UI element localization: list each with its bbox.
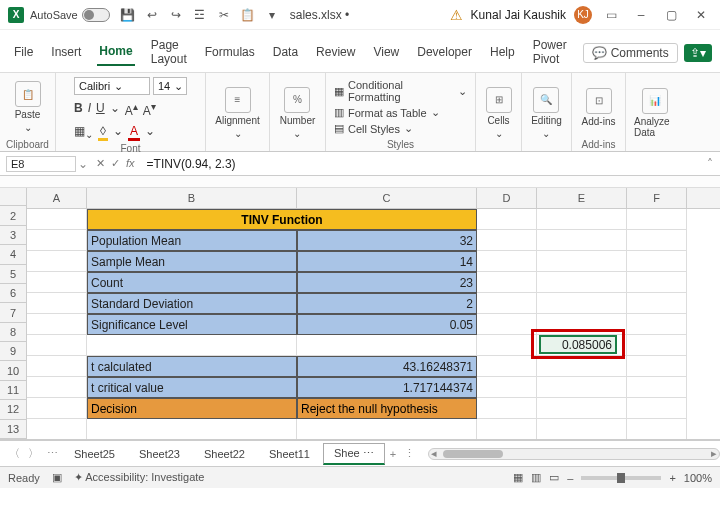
horizontal-scrollbar[interactable]: ◂ ▸ [428, 448, 720, 460]
cell[interactable] [477, 356, 537, 377]
cell[interactable]: 1.717144374 [297, 377, 477, 398]
cell[interactable] [627, 209, 687, 230]
cell[interactable] [27, 314, 87, 335]
row-header[interactable]: 8 [0, 323, 26, 342]
conditional-formatting-button[interactable]: ▦Conditional Formatting⌄ [334, 79, 467, 103]
sheet-nav-more-icon[interactable]: ⋯ [44, 447, 61, 460]
cell[interactable] [477, 230, 537, 251]
cell[interactable] [27, 251, 87, 272]
cell[interactable] [537, 209, 627, 230]
tab-formulas[interactable]: Formulas [203, 41, 257, 65]
qat-icon-3[interactable]: 📋 [240, 7, 256, 23]
sheet-tab[interactable]: Sheet11 [258, 444, 321, 464]
underline-button[interactable]: U [96, 101, 105, 118]
warning-icon[interactable]: ⚠ [450, 7, 463, 23]
formula-bar-expand-icon[interactable]: ˄ [700, 157, 720, 171]
cell[interactable] [627, 419, 687, 439]
cell-styles-button[interactable]: ▤Cell Styles⌄ [334, 122, 467, 135]
row-header[interactable]: 6 [0, 284, 26, 303]
cell[interactable] [537, 251, 627, 272]
cell[interactable] [477, 314, 537, 335]
cell[interactable] [627, 356, 687, 377]
tab-help[interactable]: Help [488, 41, 517, 65]
bold-button[interactable]: B [74, 101, 83, 118]
cell[interactable] [477, 419, 537, 439]
minimize-icon[interactable]: – [630, 4, 652, 26]
namebox-dropdown-icon[interactable]: ⌄ [78, 157, 88, 171]
row-header[interactable]: 7 [0, 303, 26, 322]
zoom-out-icon[interactable]: – [567, 472, 573, 484]
name-box[interactable]: E8 [6, 156, 76, 172]
fill-color-icon[interactable]: ◊ [98, 124, 108, 141]
share-button[interactable]: ⇪▾ [684, 44, 712, 62]
maximize-icon[interactable]: ▢ [660, 4, 682, 26]
tab-power-pivot[interactable]: Power Pivot [531, 34, 569, 72]
cell[interactable] [297, 335, 477, 356]
cell[interactable]: Count [87, 272, 297, 293]
cell[interactable]: Sample Mean [87, 251, 297, 272]
cell[interactable]: t calculated [87, 356, 297, 377]
fx-icon[interactable]: fx [126, 157, 135, 170]
tab-view[interactable]: View [371, 41, 401, 65]
cell[interactable] [537, 398, 627, 419]
qat-icon-1[interactable]: ☲ [192, 7, 208, 23]
row-header[interactable]: 5 [0, 265, 26, 284]
col-header[interactable]: F [627, 188, 687, 208]
decrease-font-icon[interactable]: A▾ [143, 101, 156, 118]
cell[interactable] [537, 230, 627, 251]
tab-developer[interactable]: Developer [415, 41, 474, 65]
view-normal-icon[interactable]: ▦ [513, 471, 523, 484]
cell[interactable]: 43.16248371 [297, 356, 477, 377]
cell[interactable] [27, 356, 87, 377]
row-header[interactable]: 4 [0, 245, 26, 264]
cell[interactable]: Population Mean [87, 230, 297, 251]
cell[interactable] [627, 293, 687, 314]
tab-data[interactable]: Data [271, 41, 300, 65]
cancel-formula-icon[interactable]: ✕ [96, 157, 105, 170]
cell[interactable]: 14 [297, 251, 477, 272]
qat-overflow-icon[interactable]: ▾ [264, 7, 280, 23]
tab-insert[interactable]: Insert [49, 41, 83, 65]
sheet-tab[interactable]: Sheet23 [128, 444, 191, 464]
cell[interactable] [27, 335, 87, 356]
cell[interactable] [627, 314, 687, 335]
view-page-break-icon[interactable]: ▭ [549, 471, 559, 484]
cell[interactable] [87, 419, 297, 439]
cell[interactable] [537, 272, 627, 293]
cell[interactable] [27, 209, 87, 230]
tab-home[interactable]: Home [97, 40, 134, 66]
cell[interactable] [27, 377, 87, 398]
cell[interactable] [477, 209, 537, 230]
cell[interactable] [27, 419, 87, 439]
status-macro-icon[interactable]: ▣ [52, 471, 62, 484]
cell[interactable] [477, 272, 537, 293]
format-as-table-button[interactable]: ▥Format as Table⌄ [334, 106, 467, 119]
view-page-layout-icon[interactable]: ▥ [531, 471, 541, 484]
close-window-icon[interactable]: ✕ [690, 4, 712, 26]
zoom-in-icon[interactable]: + [669, 472, 675, 484]
select-all[interactable] [0, 188, 26, 206]
redo-icon[interactable]: ↪ [168, 7, 184, 23]
cell[interactable] [627, 272, 687, 293]
sheet-tab-active[interactable]: Shee ⋯ [323, 443, 385, 465]
paste-button[interactable]: 📋 Paste⌄ [13, 79, 43, 135]
undo-icon[interactable]: ↩ [144, 7, 160, 23]
cell[interactable] [477, 377, 537, 398]
cell[interactable] [537, 314, 627, 335]
cell[interactable] [27, 230, 87, 251]
cell-E8-selected[interactable]: 0.085006 [539, 335, 617, 354]
tab-page-layout[interactable]: Page Layout [149, 34, 189, 72]
cell[interactable] [477, 398, 537, 419]
cell[interactable] [537, 293, 627, 314]
sheet-tab[interactable]: Sheet22 [193, 444, 256, 464]
cell[interactable] [477, 335, 537, 356]
col-header[interactable]: B [87, 188, 297, 208]
cell[interactable]: Standard Deviation [87, 293, 297, 314]
tab-review[interactable]: Review [314, 41, 357, 65]
autosave-toggle[interactable]: AutoSave [30, 8, 110, 22]
save-icon[interactable]: 💾 [120, 7, 136, 23]
cell[interactable] [537, 356, 627, 377]
row-header[interactable]: 11 [0, 381, 26, 400]
sheet-options-icon[interactable]: ⋮ [401, 447, 418, 460]
cells-button[interactable]: ⊞Cells⌄ [484, 85, 514, 141]
